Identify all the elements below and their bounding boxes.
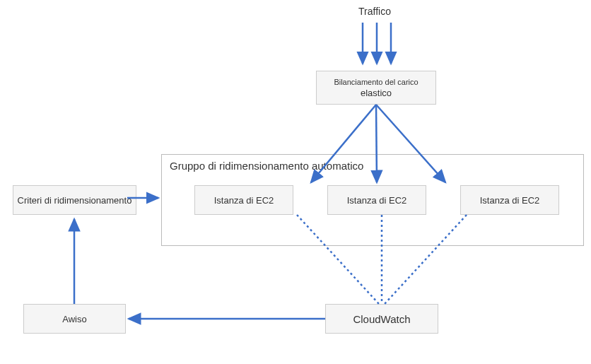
ec2-instance-2-label: Istanza di EC2 <box>347 195 407 206</box>
ec2-instance-1: Istanza di EC2 <box>194 185 293 215</box>
traffic-label: Traffico <box>346 6 403 17</box>
scaling-policy-box: Criteri di ridimensionamento <box>13 185 136 215</box>
load-balancer-line1: Bilanciamento del carico <box>334 78 418 86</box>
autoscaling-group-title: Gruppo di ridimensionamento automatico <box>170 160 363 172</box>
ec2-instance-3-label: Istanza di EC2 <box>480 195 540 206</box>
scaling-policy-label: Criteri di ridimensionamento <box>18 195 132 206</box>
cloudwatch-box: CloudWatch <box>325 304 438 334</box>
load-balancer-line2: elastico <box>361 88 392 98</box>
cloudwatch-label: CloudWatch <box>353 313 410 325</box>
ec2-instance-3: Istanza di EC2 <box>460 185 559 215</box>
load-balancer-box: Bilanciamento del carico elastico <box>316 71 436 105</box>
alarm-box: Awiso <box>23 304 126 334</box>
alarm-label: Awiso <box>62 314 86 324</box>
ec2-instance-2: Istanza di EC2 <box>327 185 426 215</box>
ec2-instance-1-label: Istanza di EC2 <box>214 195 274 206</box>
